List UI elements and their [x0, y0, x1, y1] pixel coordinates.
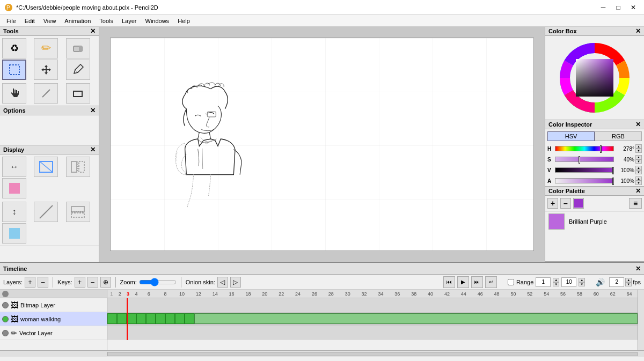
fn-44: 44 [455, 291, 472, 297]
onion-next-btn[interactable]: ▷ [230, 277, 241, 288]
zoom-label: Zoom: [120, 279, 137, 285]
range-checkbox[interactable] [508, 279, 514, 285]
rewind-btn[interactable]: ⏮ [443, 276, 455, 288]
v-slider-row: V 100% ▲ ▼ [545, 165, 644, 175]
maximize-button[interactable]: □ [612, 2, 625, 13]
s-value: 40% [615, 157, 634, 163]
diagonal-btn[interactable] [34, 202, 58, 222]
selection-tool[interactable] [2, 60, 26, 80]
flip-vertical-btn[interactable]: ↕ [2, 202, 26, 222]
range-end-spin-down[interactable]: ▼ [579, 282, 585, 286]
menu-windows[interactable]: Windows [141, 17, 174, 25]
range-spin-up[interactable]: ▲ [553, 278, 559, 282]
pink-square-btn[interactable] [2, 178, 26, 198]
layer-row-vector[interactable]: ✏ Vector Layer [0, 326, 107, 340]
menu-edit[interactable]: Edit [20, 17, 39, 25]
a-label: A [547, 178, 554, 184]
menu-layer[interactable]: Layer [118, 17, 141, 25]
palette-remove-btn[interactable]: – [560, 198, 571, 209]
s-slider[interactable] [555, 157, 614, 162]
s-spin-up[interactable]: ▲ [635, 155, 642, 159]
display-panel-close[interactable]: ✕ [90, 146, 96, 153]
timeline-scrollbar-v[interactable] [638, 290, 644, 350]
h-spin-up[interactable]: ▲ [635, 144, 642, 149]
play-btn[interactable]: ▶ [457, 276, 469, 288]
add-layer-btn[interactable]: + [25, 277, 35, 288]
loop-btn[interactable]: ↩ [485, 276, 497, 288]
layer-vis-woman[interactable] [2, 316, 9, 322]
layer-row-woman[interactable]: 🖼 woman walking [0, 312, 107, 326]
menu-animation[interactable]: Animation [60, 17, 95, 25]
a-thumb[interactable] [612, 178, 614, 185]
range-end-input[interactable] [561, 277, 576, 287]
v-spin-up[interactable]: ▲ [635, 166, 642, 170]
eraser-tool[interactable] [66, 38, 90, 58]
h-spin-down[interactable]: ▼ [635, 149, 642, 153]
h-slider[interactable] [555, 146, 614, 151]
close-button[interactable]: ✕ [627, 2, 640, 13]
color-inspector-close[interactable]: ✕ [635, 121, 641, 128]
duplicate-key-btn[interactable]: ⊕ [100, 277, 111, 288]
v-spin-down[interactable]: ▼ [635, 170, 642, 174]
range-start-input[interactable] [536, 277, 551, 287]
options-panel-close[interactable]: ✕ [90, 107, 96, 114]
palette-item-0[interactable]: Brilliant Purple [545, 211, 644, 232]
forward-btn[interactable]: ⏭ [471, 276, 483, 288]
palette-swatch-btn[interactable] [573, 198, 584, 209]
color-wheel-container[interactable] [545, 36, 644, 120]
a-slider[interactable] [555, 178, 614, 183]
mirror-btn[interactable] [66, 157, 90, 177]
remove-key-btn[interactable]: – [87, 277, 98, 288]
fps-input[interactable] [609, 277, 624, 287]
fps-spin-down[interactable]: ▼ [625, 282, 632, 286]
range-end-spin-up[interactable]: ▲ [579, 278, 585, 282]
menu-bar: File Edit View Animation Tools Layer Win… [0, 15, 644, 27]
s-thumb[interactable] [579, 156, 580, 164]
menu-help[interactable]: Help [173, 17, 194, 25]
v-thumb[interactable] [612, 167, 614, 174]
layer-vis-vector[interactable] [2, 330, 9, 336]
onion-prev-btn[interactable]: ◁ [217, 277, 228, 288]
layer-row-bitmap[interactable]: 🖼 Bitmap Layer [0, 298, 107, 312]
light-blue-square-btn[interactable] [2, 223, 26, 244]
h-scrollbar-track[interactable] [107, 352, 638, 356]
hsv-tab[interactable]: HSV [547, 131, 595, 141]
remove-layer-btn[interactable]: – [38, 277, 48, 288]
brush-tool[interactable]: ✏ [34, 38, 58, 58]
a-spin-down[interactable]: ▼ [635, 181, 642, 185]
flip-x-btn[interactable] [34, 157, 58, 177]
rgb-tab[interactable]: RGB [595, 131, 642, 141]
volume-icon[interactable]: 🔊 [596, 278, 605, 286]
hand-tool[interactable] [2, 83, 26, 104]
color-inspector-panel: Color Inspector ✕ HSV RGB H 278° ▲ ▼ [545, 120, 644, 187]
color-wheel[interactable] [557, 40, 632, 115]
h-thumb[interactable] [600, 145, 602, 153]
timeline-scrollbar-h[interactable] [0, 350, 644, 357]
menu-view[interactable]: View [39, 17, 61, 25]
smudge-tool[interactable] [34, 83, 58, 104]
color-wheel-svg[interactable] [557, 40, 632, 115]
v-slider[interactable] [555, 167, 614, 173]
layer-vis-bitmap[interactable] [2, 302, 9, 308]
minimize-button[interactable]: ─ [597, 2, 610, 13]
mirror2-btn[interactable] [66, 202, 90, 222]
color-box-close[interactable]: ✕ [635, 28, 641, 34]
zoom-slider[interactable] [139, 280, 177, 284]
add-key-btn[interactable]: + [75, 277, 85, 288]
flip-horizontal-btn[interactable]: ↔ [2, 157, 26, 177]
timeline-close[interactable]: ✕ [635, 266, 641, 272]
clear-tool[interactable]: ♻ [2, 38, 26, 58]
tools-panel-close[interactable]: ✕ [90, 28, 96, 34]
palette-add-btn[interactable]: + [547, 198, 558, 209]
a-spin-up[interactable]: ▲ [635, 176, 642, 181]
palette-menu-btn[interactable]: ≡ [629, 198, 642, 209]
s-spin-down[interactable]: ▼ [635, 159, 642, 164]
range-spin-down[interactable]: ▼ [553, 282, 559, 286]
fps-spin-up[interactable]: ▲ [625, 278, 632, 282]
pen-tool[interactable] [66, 60, 90, 80]
menu-file[interactable]: File [2, 17, 20, 25]
menu-tools[interactable]: Tools [95, 17, 118, 25]
move-tool[interactable] [34, 60, 58, 80]
color-palette-close[interactable]: ✕ [635, 188, 641, 194]
rectangle-tool[interactable] [66, 83, 90, 104]
